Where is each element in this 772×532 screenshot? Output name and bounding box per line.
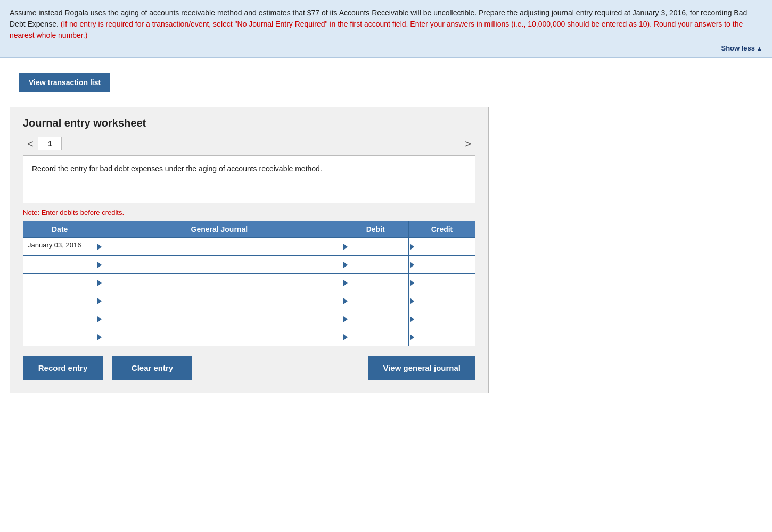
- date-cell-5: [23, 328, 96, 346]
- tab-prev-button[interactable]: <: [23, 138, 38, 149]
- tab-1[interactable]: 1: [38, 137, 62, 150]
- general-journal-cell-3[interactable]: [96, 292, 342, 310]
- show-less-label: Show less: [721, 44, 755, 52]
- triangle-indicator-debit-4: [343, 316, 348, 322]
- triangle-indicator-credit-2: [410, 280, 414, 286]
- header-credit: Credit: [409, 221, 475, 238]
- triangle-indicator-credit-5: [410, 334, 414, 340]
- debit-input-3[interactable]: [342, 292, 408, 310]
- credit-cell-5[interactable]: [409, 328, 475, 346]
- table-row: [23, 292, 475, 310]
- header-debit: Debit: [342, 221, 409, 238]
- date-cell-4: [23, 310, 96, 328]
- instruction-box: Assume instead Rogala uses the aging of …: [0, 0, 772, 58]
- date-cell-0: January 03, 2016: [23, 238, 96, 256]
- credit-cell-4[interactable]: [409, 310, 475, 328]
- debit-input-5[interactable]: [342, 328, 408, 346]
- credit-input-5[interactable]: [409, 328, 475, 346]
- worksheet-title: Journal entry worksheet: [23, 117, 475, 129]
- triangle-indicator-gj-0: [97, 244, 102, 250]
- triangle-indicator-credit-4: [410, 316, 414, 322]
- debit-input-2[interactable]: [342, 274, 408, 292]
- debit-input-1[interactable]: [342, 256, 408, 273]
- entry-description-box: Record the entry for bad debt expenses u…: [23, 155, 475, 203]
- triangle-indicator-debit-3: [343, 298, 348, 304]
- triangle-indicator-gj-5: [97, 334, 102, 340]
- note-text: Note: Enter debits before credits.: [23, 209, 475, 217]
- debit-cell-1[interactable]: [342, 256, 409, 274]
- view-transaction-button[interactable]: View transaction list: [19, 73, 110, 92]
- general-journal-input-3[interactable]: [96, 292, 342, 310]
- credit-cell-1[interactable]: [409, 256, 475, 274]
- credit-input-2[interactable]: [409, 274, 475, 292]
- instruction-text: Assume instead Rogala uses the aging of …: [10, 7, 762, 41]
- debit-cell-5[interactable]: [342, 328, 409, 346]
- instruction-text-red: (If no entry is required for a transacti…: [10, 20, 743, 39]
- debit-input-0[interactable]: [342, 238, 408, 255]
- triangle-indicator-debit-1: [343, 262, 348, 268]
- bottom-buttons: Record entry Clear entry View general jo…: [23, 356, 475, 380]
- debit-cell-3[interactable]: [342, 292, 409, 310]
- view-transaction-section: View transaction list: [10, 65, 762, 99]
- triangle-indicator-debit-0: [343, 244, 348, 250]
- entry-description-text: Record the entry for bad debt expenses u…: [32, 164, 322, 173]
- credit-input-3[interactable]: [409, 292, 475, 310]
- triangle-indicator-gj-2: [97, 280, 102, 286]
- general-journal-input-1[interactable]: [96, 256, 342, 273]
- record-entry-button[interactable]: Record entry: [23, 356, 103, 380]
- show-less-link[interactable]: Show less ▲: [10, 44, 762, 52]
- triangle-indicator-credit-3: [410, 298, 414, 304]
- show-less-icon: ▲: [755, 45, 762, 52]
- tab-next-button[interactable]: >: [461, 138, 475, 149]
- table-row: [23, 274, 475, 292]
- table-row: [23, 310, 475, 328]
- general-journal-cell-1[interactable]: [96, 256, 342, 274]
- header-general-journal: General Journal: [96, 221, 342, 238]
- triangle-indicator-credit-1: [410, 262, 414, 268]
- table-row: January 03, 2016: [23, 238, 475, 256]
- table-header-row: Date General Journal Debit Credit: [23, 221, 475, 238]
- general-journal-input-2[interactable]: [96, 274, 342, 292]
- journal-entry-worksheet: Journal entry worksheet < 1 > Record the…: [10, 107, 489, 393]
- triangle-indicator-debit-2: [343, 280, 348, 286]
- table-row: [23, 256, 475, 274]
- credit-cell-0[interactable]: [409, 238, 475, 256]
- debit-cell-4[interactable]: [342, 310, 409, 328]
- triangle-indicator-gj-4: [97, 316, 102, 322]
- general-journal-cell-2[interactable]: [96, 274, 342, 292]
- credit-cell-2[interactable]: [409, 274, 475, 292]
- tab-row: < 1 >: [23, 137, 475, 150]
- header-date: Date: [23, 221, 96, 238]
- general-journal-input-0[interactable]: [96, 238, 342, 255]
- triangle-indicator-debit-5: [343, 334, 348, 340]
- journal-table: Date General Journal Debit Credit Januar…: [23, 221, 475, 346]
- view-general-journal-button[interactable]: View general journal: [368, 356, 475, 380]
- triangle-indicator-credit-0: [410, 244, 414, 250]
- credit-input-4[interactable]: [409, 310, 475, 328]
- debit-input-4[interactable]: [342, 310, 408, 328]
- date-cell-3: [23, 292, 96, 310]
- general-journal-input-5[interactable]: [96, 328, 342, 346]
- credit-cell-3[interactable]: [409, 292, 475, 310]
- general-journal-input-4[interactable]: [96, 310, 342, 328]
- debit-cell-2[interactable]: [342, 274, 409, 292]
- general-journal-cell-4[interactable]: [96, 310, 342, 328]
- clear-entry-button[interactable]: Clear entry: [112, 356, 192, 380]
- date-cell-1: [23, 256, 96, 274]
- date-cell-2: [23, 274, 96, 292]
- triangle-indicator-gj-3: [97, 298, 102, 304]
- general-journal-cell-0[interactable]: [96, 238, 342, 256]
- triangle-indicator-gj-1: [97, 262, 102, 268]
- table-row: [23, 328, 475, 346]
- credit-input-0[interactable]: [409, 238, 475, 255]
- general-journal-cell-5[interactable]: [96, 328, 342, 346]
- debit-cell-0[interactable]: [342, 238, 409, 256]
- credit-input-1[interactable]: [409, 256, 475, 273]
